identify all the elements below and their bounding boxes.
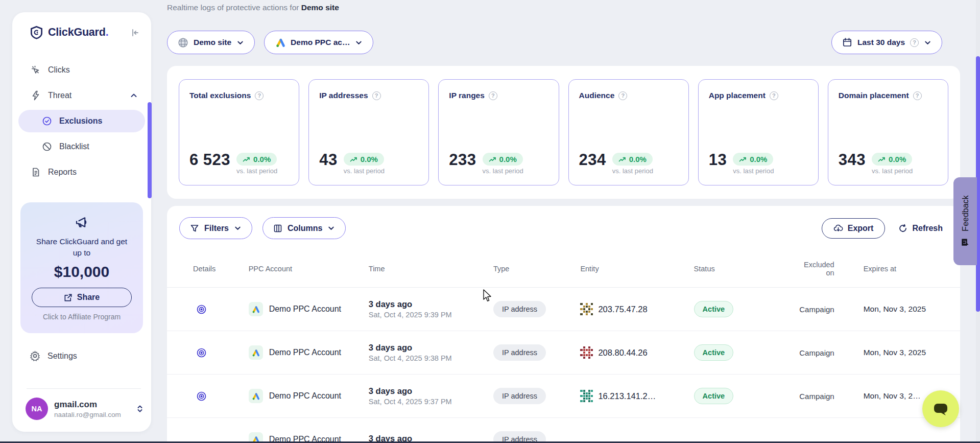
ip-identicon: [580, 390, 593, 403]
stats-panel: Total exclusions? 6 523 0.0% vs. last pe…: [167, 66, 960, 199]
sidebar-item-threat[interactable]: Threat: [18, 84, 145, 107]
stat-delta-badge: 0.0%: [483, 153, 523, 166]
stat-delta-badge: 0.0%: [872, 153, 912, 166]
feedback-chat-icon: [961, 238, 970, 247]
megaphone-icon: [74, 215, 89, 232]
lightning-icon: [31, 90, 41, 101]
column-header-expires-at[interactable]: Expires at: [834, 265, 960, 273]
type-badge: IP address: [493, 344, 546, 361]
type-badge: IP address: [493, 301, 546, 317]
columns-dropdown[interactable]: Columns: [262, 217, 346, 239]
page-subtitle: Realtime logs of protective actions for …: [167, 3, 339, 12]
time-full: Sat, Oct 4, 2025 9:37 PM: [369, 398, 493, 406]
view-details-icon[interactable]: [196, 391, 249, 402]
help-icon[interactable]: ?: [770, 91, 778, 100]
table-row[interactable]: Demo PPC Account 3 days ago IP address: [167, 418, 960, 443]
sidebar-item-reports[interactable]: Reports: [18, 161, 145, 183]
help-icon[interactable]: ?: [255, 91, 264, 100]
column-header-entity[interactable]: Entity: [580, 265, 694, 273]
export-button[interactable]: Export: [822, 218, 886, 239]
share-button[interactable]: Share: [32, 288, 132, 307]
column-header-details[interactable]: Details: [193, 265, 249, 273]
chevron-down-icon: [355, 39, 363, 46]
chevron-down-icon: [234, 224, 242, 232]
sidebar-nav: Clicks Threat Exclusi: [12, 59, 151, 186]
sidebar-item-clicks[interactable]: Clicks: [18, 59, 145, 81]
trend-up-icon: [739, 156, 747, 162]
help-icon[interactable]: ?: [372, 91, 381, 100]
promo-caption[interactable]: Click to Affiliate Program: [43, 313, 121, 321]
calendar-icon: [842, 37, 852, 48]
cursor-click-icon: [31, 65, 41, 75]
sidebar-divider: [27, 388, 141, 389]
funnel-icon: [190, 224, 199, 233]
exclusions-table-panel: Filters Columns Export Refresh: [167, 206, 960, 443]
help-icon[interactable]: ?: [618, 91, 627, 100]
sidebar-scrollbar-thumb[interactable]: [148, 102, 152, 198]
google-ads-icon: [249, 389, 263, 403]
document-icon: [31, 167, 41, 177]
cloud-download-icon: [833, 223, 843, 233]
expires-at-value: Mon, Nov 3, 2025: [834, 305, 960, 314]
chat-launcher-button[interactable]: [922, 390, 959, 427]
table-row[interactable]: Demo PPC Account 3 days ago Sat, Oct 4, …: [167, 375, 960, 418]
filters-dropdown[interactable]: Filters: [179, 217, 252, 239]
account-switcher[interactable]: NA gmail.com naatali.ro@gmail.com: [26, 398, 144, 420]
stat-value: 13: [709, 152, 727, 175]
stat-label: Audience: [579, 91, 615, 100]
time-relative: 3 days ago: [369, 299, 493, 309]
ppc-account-name: Demo PPC Account: [269, 348, 341, 357]
trend-up-icon: [618, 156, 626, 162]
google-ads-icon: [249, 345, 263, 360]
site-selector-dropdown[interactable]: Demo site: [167, 31, 255, 54]
sidebar: ClickGuard. Clicks: [12, 12, 151, 432]
column-header-time[interactable]: Time: [369, 265, 493, 273]
table-row[interactable]: Demo PPC Account 3 days ago Sat, Oct 4, …: [167, 331, 960, 375]
view-details-icon[interactable]: [196, 347, 249, 358]
time-relative: 3 days ago: [369, 386, 493, 396]
stat-caption: vs. last period: [483, 167, 523, 175]
stat-delta-badge: 0.0%: [344, 153, 384, 166]
columns-icon: [273, 224, 282, 233]
column-header-excluded-on[interactable]: Excluded on: [795, 261, 834, 277]
stat-value: 43: [319, 152, 337, 175]
stat-caption: vs. last period: [344, 167, 385, 175]
help-icon[interactable]: ?: [489, 91, 497, 100]
ppc-account-name: Demo PPC Account: [269, 391, 341, 401]
sidebar-collapse-icon[interactable]: [130, 28, 140, 38]
subtitle-site-name: Demo site: [301, 3, 339, 12]
settings-label: Settings: [47, 352, 77, 361]
stat-label: IP addresses: [319, 91, 368, 100]
date-range-dropdown[interactable]: Last 30 days ?: [831, 31, 942, 54]
excluded-on-value: Campaign: [795, 348, 834, 357]
status-badge: Active: [694, 388, 734, 404]
brand-wordmark: ClickGuard.: [48, 26, 108, 39]
status-badge: Active: [694, 301, 734, 317]
sidebar-item-settings[interactable]: Settings: [30, 351, 77, 361]
stat-label: IP ranges: [449, 91, 485, 100]
chat-bubble-icon: [931, 400, 950, 418]
ppc-account-selector-dropdown[interactable]: Demo PPC ac…: [264, 31, 373, 54]
column-header-status[interactable]: Status: [694, 265, 795, 273]
table-toolbar: Filters Columns Export Refresh: [167, 206, 960, 249]
sidebar-item-blacklist[interactable]: Blacklist: [18, 135, 145, 158]
view-details-icon[interactable]: [196, 304, 249, 315]
column-header-ppc-account[interactable]: PPC Account: [249, 265, 369, 273]
stat-card-ip-ranges: IP ranges? 233 0.0% vs. last period: [438, 79, 559, 185]
entity-value: 203.75.47.28: [598, 305, 647, 314]
help-icon: ?: [910, 38, 919, 47]
column-header-type[interactable]: Type: [493, 265, 580, 273]
clickguard-shield-logo-icon: [30, 26, 43, 39]
stat-delta-badge: 0.0%: [236, 153, 277, 166]
feedback-tab[interactable]: Feedback: [953, 177, 977, 265]
account-name: gmail.com: [54, 400, 121, 410]
clickguard-app: ClickGuard. Clicks: [0, 0, 980, 443]
ip-identicon: [580, 303, 593, 316]
gear-icon: [30, 351, 40, 361]
refresh-button[interactable]: Refresh: [898, 224, 943, 233]
stat-card-total-exclusions: Total exclusions? 6 523 0.0% vs. last pe…: [179, 79, 299, 185]
sidebar-item-exclusions[interactable]: Exclusions: [18, 110, 145, 132]
help-icon[interactable]: ?: [913, 91, 922, 100]
table-row[interactable]: Demo PPC Account 3 days ago Sat, Oct 4, …: [167, 288, 960, 331]
stat-caption: vs. last period: [612, 167, 653, 175]
